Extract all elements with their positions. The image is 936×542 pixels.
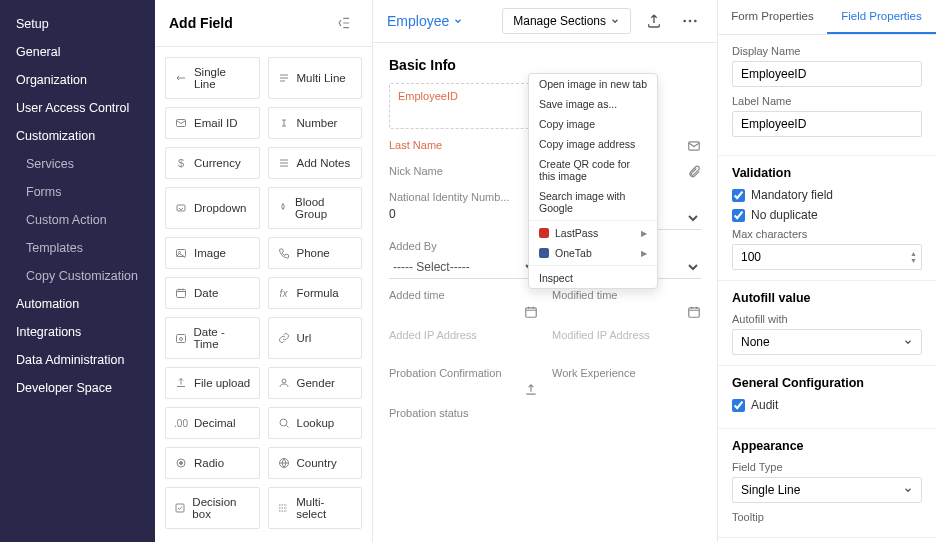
spin-up-icon[interactable]: ▲	[910, 250, 917, 257]
field-modified-time[interactable]: Modified time	[552, 289, 701, 319]
field-added-ip[interactable]: Added IP Address	[389, 329, 538, 345]
autofill-with-select[interactable]: None	[732, 329, 922, 355]
field-type-formula[interactable]: fxFormula	[268, 277, 363, 309]
field-type-number[interactable]: Number	[268, 107, 363, 139]
nav-item[interactable]: Data Administration	[0, 346, 155, 374]
context-menu-item[interactable]: Save image as...	[529, 94, 657, 114]
svg-rect-5	[176, 335, 185, 343]
context-menu-inspect[interactable]: Inspect	[529, 268, 657, 288]
svg-rect-4	[177, 290, 186, 298]
tab-field-properties[interactable]: Field Properties	[827, 0, 936, 34]
context-menu-item[interactable]: Copy image	[529, 114, 657, 134]
field-nick-name[interactable]: Nick Name	[389, 165, 538, 181]
general-config-title: General Configuration	[732, 376, 922, 390]
nav-item-forms[interactable]: Forms	[0, 178, 155, 206]
appearance-title: Appearance	[732, 439, 922, 453]
field-type-country[interactable]: Country	[268, 447, 363, 479]
field-type-multi-select[interactable]: Multi-select	[268, 487, 363, 529]
svg-rect-18	[689, 308, 700, 317]
nav-item[interactable]: User Access Control	[0, 94, 155, 122]
display-name-input[interactable]	[732, 61, 922, 87]
nav-item[interactable]: Customization	[0, 122, 155, 150]
svg-point-10	[180, 462, 183, 465]
field-type-date-time[interactable]: Date - Time	[165, 317, 260, 359]
label-name-input[interactable]	[732, 111, 922, 137]
select-input[interactable]: ----- Select-----	[389, 256, 538, 279]
nav-item-custom-action[interactable]: Custom Action	[0, 206, 155, 234]
field-type-add-notes[interactable]: Add Notes	[268, 147, 363, 179]
field-added-by[interactable]: Added By ----- Select-----	[389, 240, 538, 279]
tab-form-properties[interactable]: Form Properties	[718, 0, 827, 34]
field-type-decimal[interactable]: .00Decimal	[165, 407, 260, 439]
field-type-icon	[174, 456, 188, 470]
nav-item[interactable]: Developer Space	[0, 374, 155, 402]
field-type-gender[interactable]: Gender	[268, 367, 363, 399]
field-type-icon	[174, 201, 188, 215]
nav-item-copy-customization[interactable]: Copy Customization	[0, 262, 155, 290]
field-type-multi-line[interactable]: Multi Line	[268, 57, 363, 99]
nav-item-templates[interactable]: Templates	[0, 234, 155, 262]
nav-item[interactable]: Automation	[0, 290, 155, 318]
field-type-icon	[174, 286, 188, 300]
onetab-icon	[539, 248, 549, 258]
field-type-icon	[277, 416, 291, 430]
add-field-palette: Add Field Single LineMulti LineEmail IDN…	[155, 0, 373, 542]
context-menu-item[interactable]: Open image in new tab	[529, 74, 657, 94]
field-type-phone[interactable]: Phone	[268, 237, 363, 269]
field-probation-confirmation[interactable]: Probation Confirmation	[389, 367, 538, 397]
nav-item[interactable]: General	[0, 38, 155, 66]
field-modified-ip[interactable]: Modified IP Address	[552, 329, 701, 345]
more-icon[interactable]	[677, 8, 703, 34]
field-type-radio[interactable]: Radio	[165, 447, 260, 479]
field-type-date[interactable]: Date	[165, 277, 260, 309]
max-chars-input[interactable]: ▲▼	[732, 244, 922, 270]
field-type-label: Field Type	[732, 461, 922, 473]
field-type-currency[interactable]: $Currency	[165, 147, 260, 179]
label-label-name: Label Name	[732, 95, 922, 107]
calendar-icon	[524, 305, 538, 319]
context-menu-ext-onetab[interactable]: OneTab▶	[529, 243, 657, 263]
max-chars-label: Max characters	[732, 228, 922, 240]
autofill-title: Autofill value	[732, 291, 922, 305]
field-type-icon: .00	[174, 416, 188, 430]
field-type-dropdown[interactable]: Dropdown	[165, 187, 260, 229]
field-probation-status[interactable]: Probation status	[389, 407, 701, 419]
manage-sections-button[interactable]: Manage Sections	[502, 8, 631, 34]
field-type-email-id[interactable]: Email ID	[165, 107, 260, 139]
label-display-name: Display Name	[732, 45, 922, 57]
field-type-url[interactable]: Url	[268, 317, 363, 359]
nav-item[interactable]: Organization	[0, 66, 155, 94]
form-name-dropdown[interactable]: Employee	[387, 13, 463, 29]
lastpass-icon	[539, 228, 549, 238]
field-type-icon	[174, 376, 188, 390]
field-type-single-line[interactable]: Single Line	[165, 57, 260, 99]
spin-down-icon[interactable]: ▼	[910, 257, 917, 264]
field-type-image[interactable]: Image	[165, 237, 260, 269]
context-menu-item[interactable]: Copy image address	[529, 134, 657, 154]
field-type-icon: fx	[277, 286, 291, 300]
context-menu-item[interactable]: Create QR code for this image	[529, 154, 657, 186]
field-type-decision-box[interactable]: Decision box	[165, 487, 260, 529]
context-menu-ext-lastpass[interactable]: LastPass▶	[529, 223, 657, 243]
field-type-select[interactable]: Single Line	[732, 477, 922, 503]
field-added-time[interactable]: Added time	[389, 289, 538, 319]
field-type-blood-group[interactable]: Blood Group	[268, 187, 363, 229]
field-last-name[interactable]: Last Name	[389, 139, 538, 155]
context-menu-item[interactable]: Search image with Google	[529, 186, 657, 218]
field-nin[interactable]: National Identity Numb... 0	[389, 191, 538, 230]
export-icon[interactable]	[641, 8, 667, 34]
collapse-icon[interactable]	[332, 10, 358, 36]
audit-checkbox[interactable]: Audit	[732, 398, 922, 412]
nav-item[interactable]: Integrations	[0, 318, 155, 346]
nav-item[interactable]: Setup	[0, 10, 155, 38]
nav-item-services[interactable]: Services	[0, 150, 155, 178]
field-type-file-upload[interactable]: File upload	[165, 367, 260, 399]
field-type-icon	[277, 501, 291, 515]
field-employee-id[interactable]: EmployeeID	[389, 83, 538, 129]
field-type-lookup[interactable]: Lookup	[268, 407, 363, 439]
chevron-down-icon	[903, 337, 913, 347]
mandatory-checkbox[interactable]: Mandatory field	[732, 188, 922, 202]
no-duplicate-checkbox[interactable]: No duplicate	[732, 208, 922, 222]
upload-icon	[524, 383, 538, 397]
field-work-experience[interactable]: Work Experience	[552, 367, 701, 397]
